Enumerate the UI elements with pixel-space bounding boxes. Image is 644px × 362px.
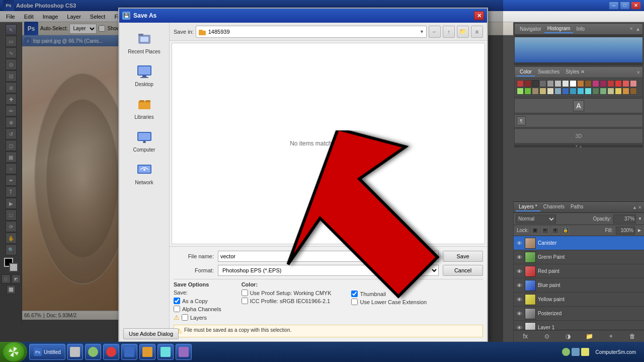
lock-transparent-btn[interactable]: ⊞ — [532, 227, 539, 234]
fill-value[interactable]: 100% — [616, 227, 635, 235]
swatch-cream[interactable] — [547, 88, 554, 95]
swatch-amber[interactable] — [622, 88, 629, 95]
layer-eye-yellowpaint[interactable]: 👁 — [516, 296, 523, 303]
layer-item-canister[interactable]: 👁 Canister — [514, 236, 644, 250]
layer-item-redpaint[interactable]: 👁 Red paint — [514, 264, 644, 278]
save-button[interactable]: Save — [443, 251, 483, 262]
taskbar-item-5[interactable] — [121, 344, 137, 360]
swatch-khaki[interactable] — [607, 88, 614, 95]
ps-maximize-btn[interactable]: □ — [620, 2, 630, 10]
layer-mask-btn[interactable]: ⊙ — [542, 332, 551, 341]
new-folder-btn[interactable]: 📁 — [457, 26, 469, 38]
swatch-black[interactable] — [532, 80, 539, 87]
lock-image-btn[interactable]: ✏ — [542, 227, 549, 234]
swatch-silver[interactable] — [554, 80, 561, 87]
layer-eye-grenn[interactable]: 👁 — [516, 254, 523, 261]
thumbnail-checkbox[interactable] — [351, 291, 358, 297]
taskbar-item-2[interactable] — [67, 344, 83, 360]
save-in-path[interactable]: 1485939 ▼ — [196, 26, 427, 38]
use-proof-checkbox[interactable] — [242, 289, 248, 296]
swatch-olive[interactable] — [592, 88, 599, 95]
swatch-blue[interactable] — [562, 88, 569, 95]
layer-item-grenn[interactable]: 👁 Grenn Paint — [514, 250, 644, 264]
opacity-value[interactable]: 37% — [613, 214, 636, 224]
layers-tab-layers[interactable]: Layers * — [516, 203, 540, 211]
swatches-tab[interactable]: Swatches — [535, 68, 562, 77]
swatch-white[interactable] — [570, 80, 577, 87]
color-tab[interactable]: Color — [517, 68, 535, 77]
swatch-pink[interactable] — [592, 80, 599, 87]
fill-arrow[interactable]: ▶ — [638, 228, 641, 233]
nav-panel-close[interactable]: ✕ — [628, 26, 634, 32]
layer-item-posterized[interactable]: 👁 Posterized — [514, 307, 644, 321]
filename-input[interactable] — [218, 251, 439, 262]
swatch-orange[interactable] — [577, 80, 584, 87]
layer-item-layer1[interactable]: 👁 Layer 1 — [514, 321, 644, 330]
swatch-green[interactable] — [517, 88, 524, 95]
sidebar-desktop[interactable]: Desktop — [119, 59, 169, 90]
swatch-green2[interactable] — [600, 88, 607, 95]
swatch-cyan[interactable] — [577, 88, 584, 95]
swatch-red2[interactable] — [607, 80, 614, 87]
layer-eye-bluepaint[interactable]: 👁 — [516, 282, 523, 289]
start-button[interactable] — [0, 342, 27, 362]
sidebar-libraries[interactable]: Libraries — [119, 92, 169, 123]
layer-eye-redpaint[interactable]: 👁 — [516, 268, 523, 275]
type-tool-icon[interactable]: A — [573, 100, 584, 111]
layers-collapse-btn[interactable]: ▲ — [632, 205, 637, 210]
layer-eye-posterized[interactable]: 👁 — [516, 310, 523, 317]
layer-eye-layer1[interactable]: 👁 — [516, 324, 523, 330]
swatch-salmon[interactable] — [630, 80, 637, 87]
swatch-bright-red[interactable] — [615, 80, 622, 87]
swatch-dark-green[interactable] — [524, 88, 531, 95]
taskbar-item-4[interactable] — [103, 344, 119, 360]
taskbar-item-3[interactable] — [85, 344, 101, 360]
use-extension-checkbox[interactable] — [351, 299, 358, 305]
cancel-button[interactable]: Cancel — [443, 265, 483, 276]
nav-tab[interactable]: Navigator — [517, 25, 544, 33]
swatch-brown2[interactable] — [630, 88, 637, 95]
color-panel-close[interactable]: ✕ — [636, 70, 640, 75]
ps-close-btn[interactable]: ✕ — [631, 2, 641, 10]
layer-eye-canister[interactable]: 👁 — [516, 240, 523, 247]
layers-tab-channels[interactable]: Channels — [540, 203, 568, 211]
layer-item-yellowpaint[interactable]: 👁 Yellow paint — [514, 293, 644, 307]
layers-close-btn[interactable]: ✕ — [638, 205, 642, 210]
format-select[interactable]: Photoshop EPS (*.EPS) JPEG (*.JPG) PNG (… — [218, 265, 439, 276]
layer-fx-btn[interactable]: fx — [521, 332, 530, 341]
swatch-white-gray[interactable] — [562, 80, 569, 87]
layers-tab-paths[interactable]: Paths — [568, 203, 587, 211]
use-adobe-dialog-btn[interactable]: Use Adobe Dialog — [123, 328, 179, 339]
nav-back-btn[interactable]: ← — [429, 26, 441, 38]
sidebar-computer[interactable]: Computer — [119, 125, 169, 156]
lock-all-btn[interactable]: 🔒 — [562, 227, 569, 234]
swatch-blue-gray[interactable] — [554, 88, 561, 95]
layer-item-bluepaint[interactable]: 👁 Blue paint — [514, 278, 644, 293]
swatch-brown[interactable] — [585, 80, 592, 87]
swatch-light-gray[interactable] — [547, 80, 554, 87]
taskbar-item-untitled[interactable]: Ps Untitled — [29, 344, 65, 360]
swatch-tan[interactable] — [532, 88, 539, 95]
ps-minimize-btn[interactable]: ─ — [609, 2, 619, 10]
layer-delete-btn[interactable]: 🗑 — [628, 332, 637, 341]
swatch-light-cyan[interactable] — [585, 88, 592, 95]
swatch-dark-pink[interactable] — [600, 80, 607, 87]
layers-blend-mode[interactable]: Normal Multiply Screen — [516, 214, 556, 224]
swatch-yellow[interactable] — [539, 88, 546, 95]
taskbar-item-6[interactable] — [139, 344, 155, 360]
lock-position-btn[interactable]: ✛ — [552, 227, 559, 234]
taskbar-item-7[interactable] — [157, 344, 174, 360]
swatch-teal[interactable] — [570, 88, 577, 95]
nav-up-btn[interactable]: ↑ — [443, 26, 455, 38]
sidebar-recent-places[interactable]: Recent Places — [119, 27, 169, 57]
swatch-light-red[interactable] — [622, 80, 629, 87]
swatch-red-dark[interactable] — [517, 80, 524, 87]
layer-adj-btn[interactable]: ◑ — [564, 332, 573, 341]
swatch-gold[interactable] — [615, 88, 622, 95]
nav-panel-collapse[interactable]: ▲ — [635, 26, 640, 32]
paragraph-icon[interactable]: ¶ — [517, 116, 526, 125]
taskbar-item-8[interactable] — [176, 344, 192, 360]
icc-checkbox[interactable] — [242, 298, 248, 304]
dialog-close-btn[interactable]: ✕ — [474, 11, 484, 20]
as-copy-checkbox[interactable] — [174, 298, 180, 304]
